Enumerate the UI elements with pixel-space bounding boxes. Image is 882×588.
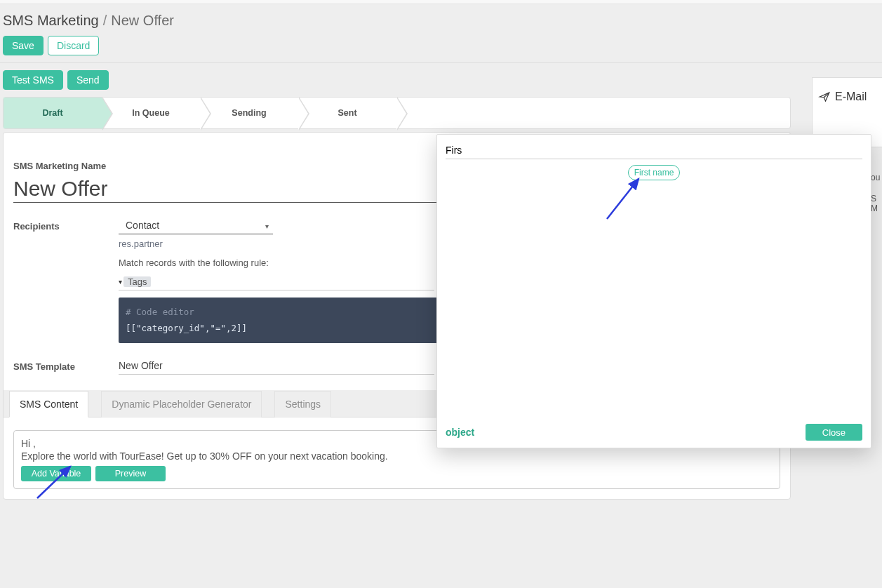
breadcrumb: SMS Marketing / New Offer: [0, 4, 882, 29]
email-link[interactable]: E-Mail: [818, 91, 876, 103]
action-toolbar: Test SMS Send: [0, 63, 882, 93]
add-variable-button[interactable]: Add Variable: [21, 466, 91, 481]
tab-sms-content[interactable]: SMS Content: [9, 391, 88, 417]
suggestion-first-name[interactable]: First name: [628, 165, 681, 180]
breadcrumb-current: New Offer: [111, 13, 174, 29]
tags-field[interactable]: ▾ Tags: [119, 274, 434, 290]
tab-settings[interactable]: Settings: [274, 391, 331, 417]
recipients-select[interactable]: Contact ▾: [119, 217, 273, 234]
overflow-ghost: ou S M: [871, 173, 882, 213]
preview-button[interactable]: Preview: [95, 466, 166, 481]
variable-search-input[interactable]: [446, 142, 862, 159]
breadcrumb-root[interactable]: SMS Marketing: [3, 13, 99, 29]
status-sending[interactable]: Sending: [200, 98, 298, 128]
svg-line-2: [607, 179, 639, 219]
caret-down-icon: ▾: [119, 278, 122, 286]
template-select[interactable]: New Offer: [119, 357, 434, 375]
email-label: E-Mail: [835, 91, 867, 103]
status-sent[interactable]: Sent: [298, 98, 396, 128]
popup-close-button[interactable]: Close: [806, 424, 862, 441]
recipients-value: Contact: [126, 220, 159, 231]
test-sms-button[interactable]: Test SMS: [3, 70, 63, 90]
record-toolbar: Save Discard: [0, 29, 882, 58]
send-icon: [818, 91, 831, 103]
status-draft[interactable]: Draft: [4, 98, 102, 128]
status-in-queue[interactable]: In Queue: [102, 98, 200, 128]
variable-popup: First name object Close: [436, 134, 871, 448]
save-button[interactable]: Save: [3, 36, 44, 55]
template-label: SMS Template: [13, 357, 119, 372]
breadcrumb-separator: /: [103, 13, 107, 29]
annotation-arrow-suggestion: [603, 173, 646, 222]
recipients-label: Recipients: [13, 217, 119, 232]
tag-chip: Tags: [123, 276, 151, 287]
popup-object-label[interactable]: object: [446, 427, 474, 438]
tab-placeholder-generator[interactable]: Dynamic Placeholder Generator: [101, 391, 262, 417]
send-button[interactable]: Send: [67, 70, 109, 90]
sms-line-2: Explore the world with TourEase! Get up …: [21, 450, 773, 462]
discard-button[interactable]: Discard: [48, 36, 99, 55]
chevron-down-icon: ▾: [265, 222, 269, 230]
template-value: New Offer: [119, 360, 163, 371]
status-bar: Draft In Queue Sending Sent: [3, 97, 791, 129]
